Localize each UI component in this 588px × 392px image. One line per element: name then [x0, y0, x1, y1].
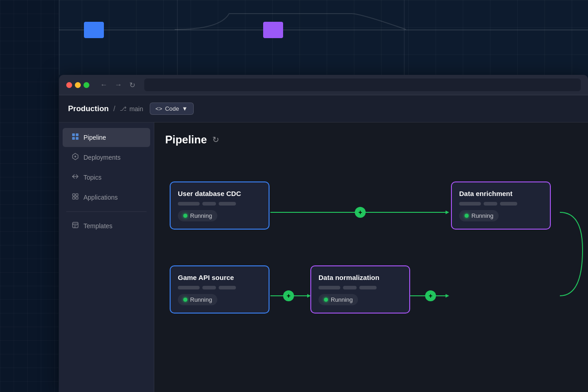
svg-rect-6 — [76, 194, 78, 196]
node-data-enrichment[interactable]: Data enrichment Running — [451, 181, 551, 230]
main-content: Pipeline ↻ + + — [154, 122, 588, 392]
node-title: Data normalization — [318, 274, 402, 281]
tag-2 — [202, 202, 216, 206]
status-text: Running — [190, 296, 212, 303]
sidebar-item-applications[interactable]: Applications — [63, 188, 150, 207]
traffic-lights — [66, 82, 89, 88]
browser-window: ← → ↻ Production / ⎇ main <> Code ▼ — [59, 75, 588, 392]
svg-rect-2 — [72, 137, 75, 140]
breadcrumb-separator: / — [113, 105, 115, 113]
maximize-button[interactable] — [83, 82, 89, 88]
sidebar-item-pipeline[interactable]: Pipeline — [63, 128, 150, 147]
svg-marker-14 — [446, 211, 449, 214]
svg-rect-1 — [76, 133, 78, 136]
sidebar-item-templates[interactable]: Templates — [63, 216, 150, 235]
tag-2 — [484, 202, 497, 206]
sidebar-item-deployments[interactable]: Deployments — [63, 148, 150, 167]
node-data-normalization[interactable]: Data normalization Running — [310, 265, 410, 314]
status-dot — [183, 214, 187, 218]
close-button[interactable] — [66, 82, 72, 88]
bg-purple-node — [263, 22, 283, 38]
pipeline-canvas: + + + User database CDC Running — [165, 159, 577, 380]
svg-rect-5 — [73, 194, 75, 196]
browser-chrome: ← → ↻ — [59, 75, 588, 95]
tag-3 — [359, 286, 377, 289]
node-tags — [178, 202, 261, 206]
page-title: Pipeline — [165, 133, 207, 146]
topics-icon — [72, 173, 79, 182]
minimize-button[interactable] — [75, 82, 81, 88]
node-status: Running — [178, 210, 217, 221]
tag-1 — [178, 202, 200, 206]
back-button[interactable]: ← — [98, 79, 109, 91]
node-tags — [178, 286, 261, 289]
tag-2 — [202, 286, 216, 289]
code-icon: <> — [156, 105, 162, 112]
branch-icon: ⎇ — [120, 105, 127, 112]
background-curve-svg — [175, 5, 406, 64]
node-tags — [459, 202, 543, 206]
reload-button[interactable]: ↻ — [127, 79, 137, 91]
templates-icon — [72, 221, 79, 230]
tag-2 — [343, 286, 357, 289]
sidebar-item-topics[interactable]: Topics — [63, 168, 150, 187]
svg-rect-7 — [73, 197, 75, 199]
status-dot — [324, 298, 328, 302]
status-dot — [465, 214, 469, 218]
forward-button[interactable]: → — [113, 79, 124, 91]
sidebar-item-label: Templates — [83, 222, 113, 230]
tag-1 — [178, 286, 200, 289]
tag-3 — [219, 286, 236, 289]
node-tags — [318, 286, 402, 289]
left-sidebar-strip — [0, 0, 59, 392]
status-dot — [183, 298, 187, 302]
deployments-icon — [72, 153, 79, 162]
background-decoration — [0, 0, 588, 75]
sidebar-divider — [66, 211, 147, 212]
sidebar-item-label: Applications — [83, 194, 118, 201]
branch-name: main — [129, 105, 143, 113]
breadcrumb-production: Production — [68, 104, 109, 113]
refresh-button[interactable]: ↻ — [212, 135, 219, 145]
svg-point-4 — [74, 156, 76, 157]
chevron-down-icon: ▼ — [182, 105, 188, 112]
branch-indicator: ⎇ main — [120, 105, 143, 113]
add-connector-button-2[interactable]: + — [283, 290, 294, 301]
status-text: Running — [190, 212, 212, 219]
pipeline-icon — [72, 133, 79, 142]
node-status: Running — [459, 210, 499, 221]
node-title: Game API source — [178, 274, 261, 281]
page-title-row: Pipeline ↻ — [165, 133, 577, 146]
tag-1 — [318, 286, 340, 289]
sidebar: Pipeline Deployments Topics — [59, 122, 154, 392]
tag-3 — [500, 202, 517, 206]
applications-icon — [72, 193, 79, 202]
tag-1 — [459, 202, 481, 206]
svg-marker-18 — [446, 294, 449, 298]
node-status: Running — [318, 294, 358, 305]
svg-rect-3 — [76, 137, 78, 140]
status-text: Running — [331, 296, 353, 303]
sidebar-item-label: Topics — [83, 174, 102, 181]
status-text: Running — [471, 212, 493, 219]
add-connector-button-3[interactable]: + — [425, 290, 436, 301]
sidebar-item-label: Pipeline — [83, 134, 106, 141]
node-game-api-source[interactable]: Game API source Running — [170, 265, 270, 314]
code-label: Code — [165, 105, 179, 112]
tag-3 — [219, 202, 236, 206]
add-connector-button-1[interactable]: + — [355, 207, 366, 218]
node-title: Data enrichment — [459, 190, 543, 197]
code-button[interactable]: <> Code ▼ — [150, 103, 194, 115]
svg-rect-0 — [72, 133, 75, 136]
address-bar[interactable] — [144, 78, 581, 91]
node-status: Running — [178, 294, 217, 305]
sidebar-item-label: Deployments — [83, 154, 121, 161]
bg-blue-node — [84, 22, 104, 38]
top-bar: Production / ⎇ main <> Code ▼ — [59, 95, 588, 122]
node-title: User database CDC — [178, 190, 261, 197]
svg-rect-8 — [76, 197, 78, 199]
node-user-database-cdc[interactable]: User database CDC Running — [170, 181, 270, 230]
browser-navigation: ← → ↻ — [98, 79, 137, 91]
